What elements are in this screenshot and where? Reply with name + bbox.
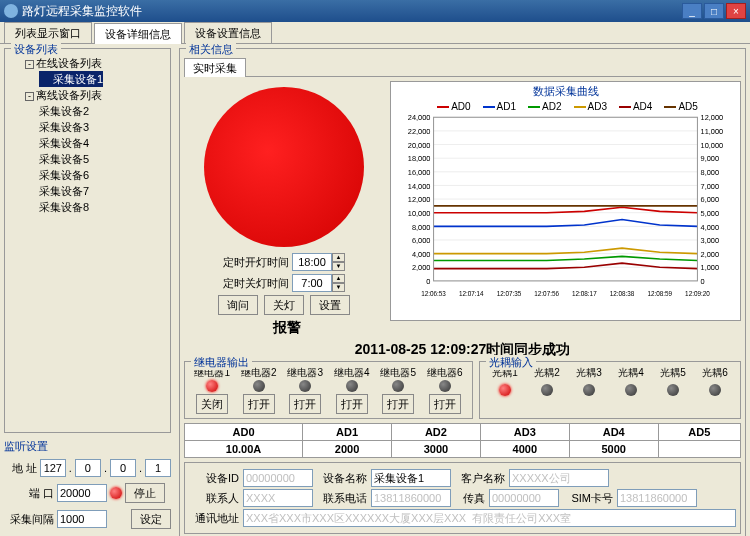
- interval-input[interactable]: [57, 510, 107, 528]
- tab-realtime[interactable]: 实时采集: [184, 58, 246, 77]
- window-title: 路灯远程采集监控软件: [22, 3, 682, 20]
- chart-title: 数据采集曲线: [391, 82, 740, 101]
- svg-text:12:07:56: 12:07:56: [534, 290, 559, 297]
- relay-label: 继电器3: [284, 366, 326, 380]
- svg-text:0: 0: [426, 277, 430, 286]
- lights-off-button[interactable]: 关灯: [264, 295, 304, 315]
- port-input[interactable]: [57, 484, 107, 502]
- info-cust[interactable]: [509, 469, 609, 487]
- ad-value: [658, 441, 740, 458]
- svg-text:14,000: 14,000: [408, 182, 431, 191]
- relay-button[interactable]: 打开: [429, 394, 461, 414]
- tree-online-root[interactable]: -在线设备列表: [11, 55, 164, 71]
- tree-item-selected[interactable]: 采集设备1: [39, 71, 103, 87]
- info-cust-label: 客户名称: [455, 471, 505, 486]
- relay-button[interactable]: 关闭: [196, 394, 228, 414]
- ip-octet-1[interactable]: [40, 459, 66, 477]
- relay-led-icon: [346, 380, 358, 392]
- info-devname[interactable]: [371, 469, 451, 487]
- info-devid[interactable]: [243, 469, 313, 487]
- set-interval-button[interactable]: 设定: [131, 509, 171, 529]
- svg-text:5,000: 5,000: [701, 209, 719, 218]
- svg-text:1,000: 1,000: [701, 263, 719, 272]
- tab-list-view[interactable]: 列表显示窗口: [4, 22, 92, 43]
- set-button[interactable]: 设置: [310, 295, 350, 315]
- svg-text:12,000: 12,000: [701, 113, 724, 122]
- svg-text:9,000: 9,000: [701, 154, 719, 163]
- tree-item[interactable]: 采集设备6: [11, 167, 164, 183]
- relay-button[interactable]: 打开: [289, 394, 321, 414]
- minimize-button[interactable]: _: [682, 3, 702, 19]
- tab-device-settings[interactable]: 设备设置信息: [184, 22, 272, 43]
- maximize-button[interactable]: □: [704, 3, 724, 19]
- ad-table: AD0AD1AD2AD3AD4AD5 10.00A200030004000500…: [184, 423, 741, 458]
- device-tree[interactable]: -在线设备列表 采集设备1 -离线设备列表 采集设备2采集设备3采集设备4采集设…: [9, 53, 166, 373]
- stop-button[interactable]: 停止: [125, 483, 165, 503]
- info-fax[interactable]: [489, 489, 559, 507]
- tree-item[interactable]: 采集设备8: [11, 199, 164, 215]
- svg-text:11,000: 11,000: [701, 127, 724, 136]
- query-button[interactable]: 询问: [218, 295, 258, 315]
- spin-up-icon[interactable]: ▲: [332, 274, 345, 283]
- tree-item[interactable]: 采集设备4: [11, 135, 164, 151]
- relay-button[interactable]: 打开: [382, 394, 414, 414]
- tree-item[interactable]: 采集设备5: [11, 151, 164, 167]
- ad-header: AD2: [391, 424, 480, 441]
- info-addr[interactable]: [243, 509, 736, 527]
- chart-legend: AD0AD1AD2AD3AD4AD5: [391, 101, 740, 112]
- ip-octet-4[interactable]: [145, 459, 171, 477]
- off-time-label: 定时关灯时间: [223, 276, 289, 291]
- svg-text:22,000: 22,000: [408, 127, 431, 136]
- off-time-spinner[interactable]: ▲▼: [292, 274, 345, 292]
- relay-led-icon: [392, 380, 404, 392]
- info-contact-label: 联系人: [189, 491, 239, 506]
- info-addr-label: 通讯地址: [189, 511, 239, 526]
- svg-text:8,000: 8,000: [701, 168, 719, 177]
- relay-title: 继电器输出: [191, 355, 252, 370]
- svg-text:0: 0: [701, 277, 705, 286]
- svg-text:12:08:59: 12:08:59: [647, 290, 672, 297]
- svg-text:2,000: 2,000: [412, 263, 430, 272]
- svg-text:8,000: 8,000: [412, 223, 430, 232]
- info-sim[interactable]: [617, 489, 697, 507]
- listen-settings-title: 监听设置: [4, 439, 171, 454]
- relay-label: 继电器6: [424, 366, 466, 380]
- svg-text:10,000: 10,000: [701, 141, 724, 150]
- line-chart: 02,0004,0006,0008,00010,00012,00014,0001…: [391, 112, 740, 302]
- spin-down-icon[interactable]: ▼: [332, 283, 345, 292]
- tree-item[interactable]: 采集设备7: [11, 183, 164, 199]
- svg-text:12:09:20: 12:09:20: [685, 290, 710, 297]
- interval-label: 采集间隔: [4, 512, 54, 527]
- svg-text:6,000: 6,000: [412, 236, 430, 245]
- svg-text:10,000: 10,000: [408, 209, 431, 218]
- info-devname-label: 设备名称: [317, 471, 367, 486]
- close-button[interactable]: ×: [726, 3, 746, 19]
- tree-item[interactable]: 采集设备2: [11, 103, 164, 119]
- ad-value: 4000: [480, 441, 569, 458]
- on-time-spinner[interactable]: ▲▼: [292, 253, 345, 271]
- status-line: 2011-08-25 12:09:27时间同步成功: [184, 341, 741, 359]
- relay-led-icon: [439, 380, 451, 392]
- collapse-icon[interactable]: -: [25, 92, 34, 101]
- ad-value: 5000: [569, 441, 658, 458]
- title-bar: 路灯远程采集监控软件 _ □ ×: [0, 0, 750, 22]
- svg-text:12:07:14: 12:07:14: [459, 290, 484, 297]
- related-info-title: 相关信息: [186, 42, 236, 57]
- collapse-icon[interactable]: -: [25, 60, 34, 69]
- tab-device-detail[interactable]: 设备详细信息: [94, 23, 182, 44]
- relay-button[interactable]: 打开: [243, 394, 275, 414]
- optical-title: 光耦输入: [486, 355, 536, 370]
- tree-offline-root[interactable]: -离线设备列表: [11, 87, 164, 103]
- info-phone[interactable]: [371, 489, 451, 507]
- svg-text:20,000: 20,000: [408, 141, 431, 150]
- ip-octet-2[interactable]: [75, 459, 101, 477]
- info-contact[interactable]: [243, 489, 313, 507]
- tree-item[interactable]: 采集设备3: [11, 119, 164, 135]
- ip-octet-3[interactable]: [110, 459, 136, 477]
- svg-text:4,000: 4,000: [701, 223, 719, 232]
- device-list-title: 设备列表: [11, 42, 61, 57]
- relay-button[interactable]: 打开: [336, 394, 368, 414]
- spin-up-icon[interactable]: ▲: [332, 253, 345, 262]
- spin-down-icon[interactable]: ▼: [332, 262, 345, 271]
- ad-header: AD1: [303, 424, 392, 441]
